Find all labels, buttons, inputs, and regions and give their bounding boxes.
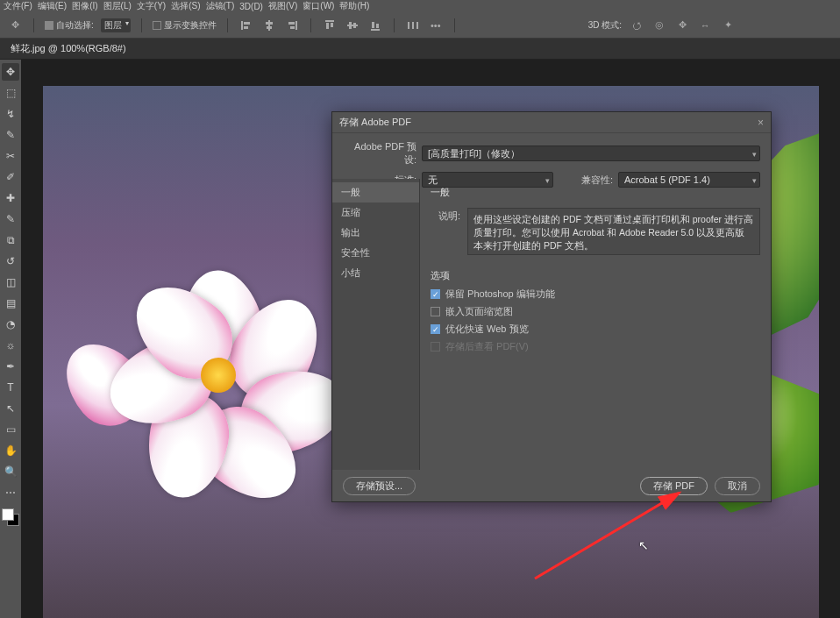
options-bar: ✥ 自动选择: 图层 显示变换控件 ••• 3D 模式: ⭯ ◎ ✥ ↔ ✦ [0, 12, 840, 39]
move-tool-icon[interactable]: ✥ [7, 18, 23, 33]
align-bottom-icon[interactable] [367, 18, 383, 33]
svg-rect-4 [266, 22, 273, 25]
svg-rect-6 [295, 21, 297, 30]
eyedropper-tool[interactable]: ✐ [2, 168, 19, 186]
svg-rect-5 [267, 26, 272, 29]
desc-label: 说明: [431, 208, 460, 255]
menu-edit[interactable]: 编辑(E) [38, 0, 67, 12]
svg-rect-20 [416, 22, 418, 29]
svg-rect-18 [408, 22, 409, 29]
save-pdf-button[interactable]: 存储 PDF [640, 477, 708, 495]
menu-3d[interactable]: 3D(D) [239, 2, 263, 11]
svg-rect-11 [331, 23, 333, 27]
quick-select-tool[interactable]: ✎ [2, 126, 19, 144]
blur-tool[interactable]: ◔ [2, 316, 19, 333]
menu-window[interactable]: 窗口(W) [303, 0, 334, 12]
sidebar-item-output[interactable]: 输出 [332, 223, 419, 243]
auto-select-label: 自动选择: [56, 19, 94, 32]
description-box[interactable]: 使用这些设定创建的 PDF 文档可通过桌面打印机和 proofer 进行高质量打… [467, 208, 760, 255]
align-right-icon[interactable] [284, 18, 300, 33]
tools-panel: ✥ ⬚ ↯ ✎ ✂ ✐ ✚ ✎ ⧉ ↺ ◫ ▤ ◔ ☼ ✒ T ↖ ▭ ✋ 🔍 … [0, 60, 21, 618]
show-transform-checkbox[interactable]: 显示变换控件 [153, 19, 217, 32]
mode-3d-label: 3D 模式: [588, 19, 622, 32]
svg-rect-16 [372, 22, 374, 28]
svg-rect-0 [241, 21, 243, 30]
clone-tool[interactable]: ⧉ [2, 231, 19, 249]
align-top-icon[interactable] [322, 18, 338, 33]
svg-rect-9 [325, 20, 334, 22]
edit-toolbar[interactable]: ⋯ [2, 484, 19, 501]
auto-select-dropdown[interactable]: 图层 [101, 18, 131, 32]
opt-fast-web-preview[interactable]: ✓优化快速 Web 预览 [431, 323, 760, 336]
menu-file[interactable]: 文件(F) [4, 0, 32, 12]
auto-select-checkbox[interactable]: 自动选择: [45, 19, 94, 32]
dialog-sidebar: 一般 压缩 输出 安全性 小结 [332, 179, 420, 470]
marquee-tool[interactable]: ⬚ [2, 84, 19, 102]
show-transform-label: 显示变换控件 [164, 19, 217, 32]
dialog-title: 存储 Adobe PDF [339, 116, 411, 129]
svg-rect-17 [376, 24, 379, 28]
eraser-tool[interactable]: ◫ [2, 273, 19, 291]
menu-filter[interactable]: 滤镜(T) [206, 0, 235, 12]
color-swatch[interactable] [2, 508, 19, 526]
svg-rect-1 [244, 22, 250, 25]
distribute-h-icon[interactable] [405, 18, 421, 33]
opt-view-after-save: 存储后查看 PDF(V) [431, 340, 760, 353]
menu-help[interactable]: 帮助(H) [339, 0, 369, 12]
shape-tool[interactable]: ▭ [2, 421, 19, 438]
svg-rect-14 [353, 23, 356, 28]
svg-rect-15 [371, 29, 380, 31]
type-tool[interactable]: T [2, 379, 19, 396]
document-tab[interactable]: 鲜花.jpg @ 100%(RGB/8#) [0, 39, 840, 60]
menu-image[interactable]: 图像(I) [72, 0, 97, 12]
sidebar-item-general[interactable]: 一般 [332, 182, 419, 202]
menu-layer[interactable]: 图层(L) [103, 0, 132, 12]
sidebar-item-compression[interactable]: 压缩 [332, 202, 419, 223]
sidebar-item-security[interactable]: 安全性 [332, 243, 419, 263]
opt-preserve-editing[interactable]: ✓保留 Photoshop 编辑功能 [431, 288, 760, 301]
preset-dropdown[interactable]: [高质量打印]（修改） [422, 146, 760, 161]
3d-orbit-icon[interactable]: ⭯ [629, 18, 644, 33]
svg-rect-13 [349, 22, 352, 29]
dialog-content: 一般 说明: 使用这些设定创建的 PDF 文档可通过桌面打印机和 proofer… [420, 179, 771, 470]
menu-select[interactable]: 选择(S) [171, 0, 200, 12]
path-select-tool[interactable]: ↖ [2, 400, 19, 417]
healing-tool[interactable]: ✚ [2, 189, 19, 207]
3d-roll-icon[interactable]: ◎ [651, 18, 667, 33]
zoom-tool[interactable]: 🔍 [2, 463, 19, 480]
more-options-icon[interactable]: ••• [428, 18, 444, 33]
history-brush-tool[interactable]: ↺ [2, 252, 19, 270]
align-hcenter-icon[interactable] [261, 18, 277, 33]
cancel-button[interactable]: 取消 [715, 477, 760, 495]
dodge-tool[interactable]: ☼ [2, 337, 19, 354]
svg-rect-12 [347, 25, 358, 26]
sidebar-item-summary[interactable]: 小结 [332, 263, 419, 283]
align-left-icon[interactable] [238, 18, 254, 33]
svg-rect-7 [288, 22, 295, 25]
menubar: 文件(F) 编辑(E) 图像(I) 图层(L) 文字(Y) 选择(S) 滤镜(T… [0, 0, 840, 12]
gradient-tool[interactable]: ▤ [2, 295, 19, 312]
opt-embed-thumbnails[interactable]: 嵌入页面缩览图 [431, 305, 760, 318]
lasso-tool[interactable]: ↯ [2, 105, 19, 123]
3d-slide-icon[interactable]: ↔ [697, 18, 713, 33]
dialog-titlebar[interactable]: 存储 Adobe PDF × [332, 112, 771, 133]
brush-tool[interactable]: ✎ [2, 210, 19, 228]
svg-rect-10 [326, 23, 329, 29]
3d-pan-icon[interactable]: ✥ [674, 18, 690, 33]
save-preset-button[interactable]: 存储预设... [343, 477, 416, 495]
3d-scale-icon[interactable]: ✦ [720, 18, 736, 33]
pen-tool[interactable]: ✒ [2, 358, 19, 375]
move-tool[interactable]: ✥ [2, 63, 19, 81]
svg-rect-2 [244, 26, 248, 29]
save-pdf-dialog: 存储 Adobe PDF × Adobe PDF 预设: [高质量打印]（修改）… [331, 111, 772, 502]
svg-rect-19 [412, 22, 414, 29]
menu-type[interactable]: 文字(Y) [137, 0, 166, 12]
crop-tool[interactable]: ✂ [2, 147, 19, 165]
menu-view[interactable]: 视图(V) [268, 0, 297, 12]
close-icon[interactable]: × [758, 117, 764, 129]
hand-tool[interactable]: ✋ [2, 442, 19, 459]
preset-label: Adobe PDF 预设: [343, 140, 416, 167]
document-tab-title: 鲜花.jpg @ 100%(RGB/8#) [11, 42, 126, 55]
align-vcenter-icon[interactable] [345, 18, 360, 33]
svg-rect-3 [268, 20, 270, 31]
